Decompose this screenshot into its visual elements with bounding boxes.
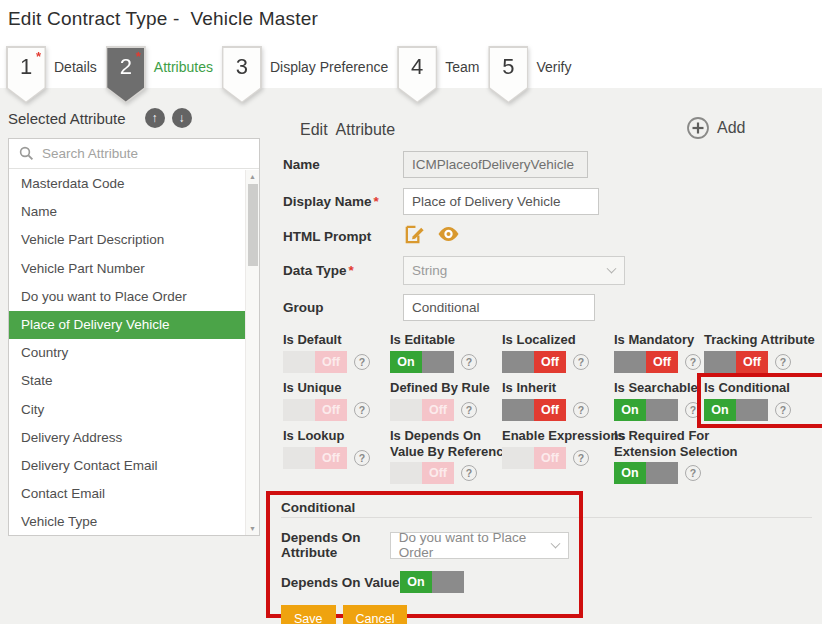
attribute-list-item[interactable]: City bbox=[9, 396, 245, 424]
search-input[interactable]: Search Attribute bbox=[9, 139, 259, 169]
wizard-step[interactable]: 1 * Details bbox=[6, 46, 106, 103]
scrollbar[interactable]: ▲ ▼ bbox=[245, 170, 259, 535]
display-name-input[interactable]: Place of Delivery Vehicle bbox=[403, 188, 599, 215]
step-badge[interactable]: 2 * bbox=[106, 46, 146, 103]
search-icon bbox=[19, 146, 34, 161]
toggle-switch[interactable]: Off bbox=[283, 399, 347, 421]
page-title: Edit Contract Type - Vehicle Master bbox=[8, 8, 318, 30]
help-icon[interactable]: ? bbox=[573, 450, 589, 466]
scroll-up-icon[interactable]: ▲ bbox=[246, 173, 259, 180]
conditional-buttons-row: Save Cancel bbox=[281, 605, 569, 624]
help-icon[interactable]: ? bbox=[685, 465, 701, 481]
content-area: Selected Attribute ↑ ↓ Search Attribute … bbox=[0, 88, 822, 624]
display-name-field-row: Display Name* Place of Delivery Vehicle bbox=[283, 187, 599, 215]
toggle-grid-row-2: Is Unique Off ? Defined By Rule Off ? Is… bbox=[283, 380, 820, 421]
wizard: 1 * Details 2 * Attributes 3 Display Pre… bbox=[6, 46, 580, 103]
sidebar-heading: Selected Attribute bbox=[8, 110, 126, 127]
step-badge[interactable]: 3 bbox=[222, 46, 262, 103]
help-icon[interactable]: ? bbox=[573, 354, 589, 370]
display-name-label: Display Name* bbox=[283, 194, 403, 209]
help-icon[interactable]: ? bbox=[354, 354, 370, 370]
toggle-field: Enable Expressions Off ? bbox=[502, 428, 614, 484]
attribute-list-item[interactable]: State bbox=[9, 367, 245, 395]
toggle-switch[interactable]: On bbox=[704, 399, 768, 421]
data-type-select[interactable]: String bbox=[403, 256, 625, 285]
help-icon[interactable]: ? bbox=[461, 354, 477, 370]
toggle-label: Is Required For bbox=[614, 428, 700, 444]
step-number: 4 bbox=[397, 46, 437, 88]
add-attribute-button[interactable]: Add bbox=[686, 116, 745, 140]
depends-on-attribute-select[interactable]: Do you want to Place Order bbox=[390, 532, 569, 559]
group-input[interactable]: Conditional bbox=[403, 294, 595, 321]
step-badge[interactable]: 1 * bbox=[6, 46, 46, 103]
toggle-label-line2: Value By Reference bbox=[390, 444, 498, 460]
toggle-field: Tracking Attribute Off ? bbox=[704, 332, 820, 373]
toggle-field: Is Localized Off ? bbox=[502, 332, 614, 373]
help-icon[interactable]: ? bbox=[354, 402, 370, 418]
html-prompt-row: HTML Prompt bbox=[283, 222, 471, 250]
help-icon[interactable]: ? bbox=[775, 354, 791, 370]
sidebar-header: Selected Attribute ↑ ↓ bbox=[8, 108, 192, 128]
attribute-list-item[interactable]: Place of Delivery Vehicle bbox=[9, 311, 245, 339]
help-icon[interactable]: ? bbox=[685, 354, 701, 370]
attribute-list-item[interactable]: Country bbox=[9, 339, 245, 367]
toggle-switch[interactable]: Off bbox=[502, 399, 566, 421]
toggle-field: Is Lookup Off ? bbox=[283, 428, 390, 484]
toggle-label: Is Editable bbox=[390, 332, 498, 348]
step-label: Attributes bbox=[146, 46, 222, 88]
attribute-list-item[interactable]: Do you want to Place Order bbox=[9, 283, 245, 311]
depends-on-value-toggle[interactable]: On bbox=[400, 571, 464, 593]
attribute-list-item[interactable]: Contact Email bbox=[9, 480, 245, 508]
toggle-label: Is Searchable bbox=[614, 380, 700, 396]
scroll-down-icon[interactable]: ▼ bbox=[246, 525, 259, 532]
toggle-switch[interactable]: On bbox=[614, 399, 678, 421]
plus-circle-icon bbox=[686, 116, 710, 140]
depends-on-attribute-label: Depends On Attribute bbox=[281, 530, 390, 560]
attribute-list-item[interactable]: Vehicle Part Description bbox=[9, 226, 245, 254]
toggle-switch[interactable]: Off bbox=[704, 351, 768, 373]
edit-attribute-heading: Edit Attribute bbox=[300, 121, 395, 139]
attribute-list-item[interactable]: Vehicle Type bbox=[9, 508, 245, 535]
wizard-step[interactable]: 2 * Attributes bbox=[106, 46, 222, 103]
toggle-switch[interactable]: Off bbox=[390, 462, 454, 484]
attribute-list-item[interactable]: Masterdata Code bbox=[9, 170, 245, 198]
move-up-button[interactable]: ↑ bbox=[145, 108, 165, 128]
help-icon[interactable]: ? bbox=[685, 402, 701, 418]
edit-html-prompt-button[interactable] bbox=[403, 223, 426, 250]
attribute-list-item[interactable]: Name bbox=[9, 198, 245, 226]
toggle-label: Is Lookup bbox=[283, 428, 386, 444]
help-icon[interactable]: ? bbox=[775, 402, 791, 418]
toggle-switch[interactable]: On bbox=[390, 351, 454, 373]
help-icon[interactable]: ? bbox=[461, 465, 477, 481]
scrollbar-thumb[interactable] bbox=[248, 184, 258, 266]
cancel-button[interactable]: Cancel bbox=[343, 605, 408, 624]
attribute-list-item[interactable]: Delivery Address bbox=[9, 424, 245, 452]
toggle-grid-row-1: Is Default Off ? Is Editable On ? Is Loc… bbox=[283, 332, 820, 373]
step-badge[interactable]: 4 bbox=[397, 46, 437, 103]
help-icon[interactable]: ? bbox=[461, 402, 477, 418]
toggle-label-line2: Extension Selection bbox=[614, 444, 700, 460]
name-input[interactable]: ICMPlaceofDeliveryVehicle bbox=[403, 151, 588, 178]
help-icon[interactable]: ? bbox=[573, 402, 589, 418]
attribute-listbox: Search Attribute Masterdata CodeNameVehi… bbox=[8, 138, 260, 536]
wizard-step[interactable]: 4 Team bbox=[397, 46, 488, 103]
step-badge[interactable]: 5 bbox=[488, 46, 528, 103]
attribute-list: Masterdata CodeNameVehicle Part Descript… bbox=[9, 170, 245, 535]
toggle-switch[interactable]: Off bbox=[614, 351, 678, 373]
attribute-list-item[interactable]: Delivery Contact Email bbox=[9, 452, 245, 480]
required-asterisk: * bbox=[349, 263, 354, 278]
preview-html-prompt-button[interactable] bbox=[436, 224, 461, 248]
save-button[interactable]: Save bbox=[281, 605, 336, 624]
toggle-switch[interactable]: Off bbox=[502, 447, 566, 469]
toggle-switch[interactable]: Off bbox=[390, 399, 454, 421]
move-down-button[interactable]: ↓ bbox=[172, 108, 192, 128]
wizard-step[interactable]: 3 Display Preference bbox=[222, 46, 397, 103]
toggle-switch[interactable]: On bbox=[614, 462, 678, 484]
toggle-switch[interactable]: Off bbox=[502, 351, 566, 373]
toggle-switch[interactable]: Off bbox=[283, 351, 347, 373]
wizard-step[interactable]: 5 Verify bbox=[488, 46, 580, 103]
toggle-label: Is Localized bbox=[502, 332, 610, 348]
help-icon[interactable]: ? bbox=[354, 450, 370, 466]
attribute-list-item[interactable]: Vehicle Part Number bbox=[9, 255, 245, 283]
toggle-switch[interactable]: Off bbox=[283, 447, 347, 469]
